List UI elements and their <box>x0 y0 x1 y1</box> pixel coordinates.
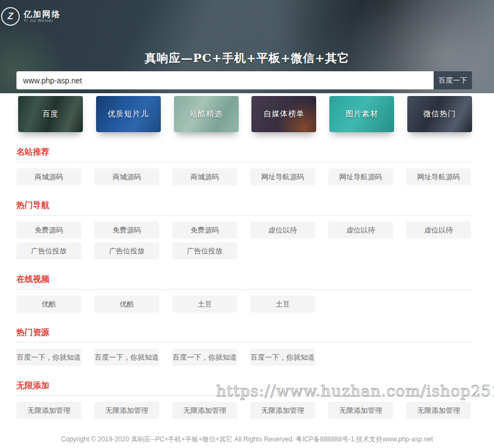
link-grid: 优酷优酷土豆土豆 <box>16 290 472 313</box>
category-card[interactable]: 自媒体榜单 <box>251 96 316 132</box>
link-grid: 无限添加管理无限添加管理无限添加管理无限添加管理无限添加管理无限添加管理 <box>16 396 472 419</box>
category-card[interactable]: 微信热门 <box>407 96 472 132</box>
category-card-label: 图片素材 <box>345 109 378 119</box>
category-card-label: 站酷精选 <box>190 109 223 119</box>
link-button[interactable]: 虚位以待 <box>406 222 471 239</box>
link-button[interactable]: 无限添加管理 <box>406 402 471 419</box>
footer-copyright: Copyright © 2019-2020 真响应--PC+手机+平板+微信+其… <box>0 428 494 448</box>
section-title: 热门导航 <box>16 200 472 216</box>
category-card-label: 优质短片儿 <box>108 109 149 119</box>
link-button[interactable]: 百度一下，你就知道 <box>94 349 159 366</box>
link-button[interactable]: 无限添加管理 <box>172 402 237 419</box>
link-button[interactable]: 商城源码 <box>94 168 159 185</box>
page: Z 亿加网络 Yi Jia Wenter 真响应—PC+手机+平板+微信+其它 … <box>0 0 494 448</box>
link-button[interactable]: 免费源码 <box>172 222 237 239</box>
link-button[interactable]: 网址导航源码 <box>250 168 315 185</box>
search-bar: 百度一下 <box>16 71 472 89</box>
link-section: 名站推荐商城源码商城源码商城源码网址导航源码网址导航源码网址导航源码 <box>16 147 472 185</box>
link-button[interactable]: 土豆 <box>250 296 315 313</box>
category-card[interactable]: 优质短片儿 <box>96 96 161 132</box>
link-button[interactable]: 无限添加管理 <box>250 402 315 419</box>
hero-title: 真响应—PC+手机+平板+微信+其它 <box>0 50 494 66</box>
category-card-label: 微信热门 <box>423 109 456 119</box>
search-input[interactable] <box>16 71 434 89</box>
link-section: 热门资源百度一下，你就知道百度一下，你就知道百度一下，你就知道百度一下，你就知道 <box>16 327 472 366</box>
category-card[interactable]: 百度 <box>18 96 83 132</box>
brand-name: 亿加网络 <box>24 10 61 19</box>
link-grid: 百度一下，你就知道百度一下，你就知道百度一下，你就知道百度一下，你就知道 <box>16 343 472 366</box>
link-button[interactable]: 商城源码 <box>16 168 81 185</box>
link-button[interactable]: 商城源码 <box>172 168 237 185</box>
link-button[interactable]: 网址导航源码 <box>406 168 471 185</box>
link-button[interactable]: 虚位以待 <box>328 222 393 239</box>
site-logo[interactable]: Z 亿加网络 Yi Jia Wenter <box>1 7 61 26</box>
link-button[interactable]: 无限添加管理 <box>94 402 159 419</box>
link-button[interactable]: 无限添加管理 <box>16 402 81 419</box>
category-cards: 百度优质短片儿站酷精选自媒体榜单图片素材微信热门 <box>18 96 472 132</box>
link-button[interactable]: 广告位投放 <box>172 242 237 259</box>
section-title: 在线视频 <box>16 274 472 290</box>
link-button[interactable]: 广告位投放 <box>94 242 159 259</box>
link-button[interactable]: 土豆 <box>172 296 237 313</box>
link-button[interactable]: 百度一下，你就知道 <box>250 349 315 366</box>
logo-text: 亿加网络 Yi Jia Wenter <box>24 10 61 22</box>
hero-banner: Z 亿加网络 Yi Jia Wenter 真响应—PC+手机+平板+微信+其它 … <box>0 0 494 93</box>
link-button[interactable]: 网址导航源码 <box>328 168 393 185</box>
section-title: 无限添加 <box>16 381 472 396</box>
link-section: 在线视频优酷优酷土豆土豆 <box>16 274 472 313</box>
link-section: 热门导航免费源码免费源码免费源码虚位以待虚位以待虚位以待广告位投放广告位投放广告… <box>16 200 472 259</box>
logo-icon: Z <box>1 7 20 26</box>
link-grid: 商城源码商城源码商城源码网址导航源码网址导航源码网址导航源码 <box>16 162 472 185</box>
search-button[interactable]: 百度一下 <box>434 71 472 89</box>
category-card[interactable]: 站酷精选 <box>174 96 239 132</box>
link-button[interactable]: 优酷 <box>16 296 81 313</box>
link-section: 无限添加无限添加管理无限添加管理无限添加管理无限添加管理无限添加管理无限添加管理 <box>16 381 472 419</box>
link-grid: 免费源码免费源码免费源码虚位以待虚位以待虚位以待广告位投放广告位投放广告位投放 <box>16 216 472 259</box>
section-title: 名站推荐 <box>16 147 472 162</box>
category-card-label: 自媒体榜单 <box>263 109 305 119</box>
link-button[interactable]: 虚位以待 <box>250 222 315 239</box>
brand-subtitle: Yi Jia Wenter <box>24 19 61 22</box>
category-card[interactable]: 图片素材 <box>329 96 394 132</box>
link-button[interactable]: 无限添加管理 <box>328 402 393 419</box>
link-button[interactable]: 免费源码 <box>94 222 159 239</box>
link-button[interactable]: 免费源码 <box>16 222 81 239</box>
link-button[interactable]: 广告位投放 <box>16 242 81 259</box>
category-card-label: 百度 <box>42 109 59 119</box>
link-sections: 名站推荐商城源码商城源码商城源码网址导航源码网址导航源码网址导航源码热门导航免费… <box>16 147 472 419</box>
link-button[interactable]: 百度一下，你就知道 <box>16 349 81 366</box>
link-button[interactable]: 优酷 <box>94 296 159 313</box>
link-button[interactable]: 百度一下，你就知道 <box>172 349 237 366</box>
section-title: 热门资源 <box>16 327 472 343</box>
